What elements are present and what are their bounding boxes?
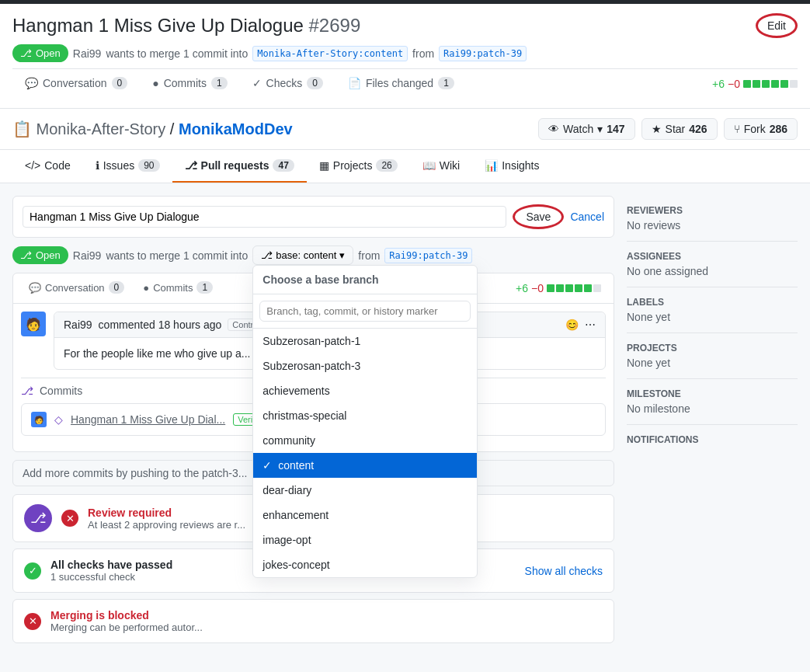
inner-diff-plus: +6 bbox=[516, 282, 528, 294]
repo-icon: 📋 bbox=[12, 120, 37, 138]
fork-icon: ⑂ bbox=[734, 123, 740, 135]
diff-blocks bbox=[743, 80, 798, 88]
nav-tab-projects[interactable]: ▦ Projects 26 bbox=[307, 150, 410, 183]
emoji-button[interactable]: 😊 bbox=[565, 319, 579, 331]
branch-item-subzerosan-patch-1[interactable]: Subzerosan-patch-1 bbox=[253, 329, 477, 353]
watch-button[interactable]: 👁 Watch ▾ 147 bbox=[538, 118, 635, 140]
branch-item-image-opt[interactable]: image-opt bbox=[253, 528, 477, 552]
branch-item-enhancement[interactable]: enhancement bbox=[253, 503, 477, 528]
edit-title-bar: Save Cancel bbox=[12, 196, 614, 238]
comment-actions: 😊 ⋯ bbox=[565, 319, 596, 331]
comment-avatar: 🧑 bbox=[21, 312, 46, 336]
pr-author: Rai99 bbox=[73, 47, 102, 60]
sidebar-reviewers: Reviewers No reviews bbox=[627, 196, 798, 242]
save-button[interactable]: Save bbox=[513, 204, 564, 229]
inner-diff-minus: −0 bbox=[531, 282, 544, 294]
edit-title-input[interactable] bbox=[23, 206, 506, 228]
nav-pr-label: Pull requests bbox=[201, 159, 269, 172]
show-all-checks-link[interactable]: Show all checks bbox=[525, 565, 603, 577]
sidebar-labels: Labels None yet bbox=[627, 287, 798, 333]
branch-selector-label: base: content bbox=[276, 249, 336, 261]
pr-badge: 47 bbox=[273, 159, 294, 172]
nav-tab-issues[interactable]: ℹ Issues 90 bbox=[83, 150, 172, 183]
pr-meta-row: ⎇ Open Rai99 wants to merge 1 commit int… bbox=[12, 44, 798, 62]
diff-block-5 bbox=[780, 80, 788, 88]
labels-label: Labels bbox=[627, 297, 798, 308]
milestone-label: Milestone bbox=[627, 388, 798, 399]
review-error-icon: ✕ bbox=[61, 510, 78, 527]
subtab-conversation[interactable]: 💬 Conversation 0 bbox=[19, 273, 134, 303]
pr-base-branch[interactable]: Monika-After-Story:content bbox=[252, 46, 408, 61]
tab-files-changed[interactable]: 📄 Files changed 1 bbox=[335, 69, 467, 99]
branch-item-jokes-concept[interactable]: jokes-concept bbox=[253, 552, 477, 577]
star-icon: ★ bbox=[652, 123, 662, 135]
more-options-icon[interactable]: ⋯ bbox=[585, 319, 596, 331]
star-count: 426 bbox=[689, 123, 707, 135]
inner-block-2 bbox=[556, 284, 564, 292]
tab-conversation[interactable]: 💬 Conversation 0 bbox=[12, 69, 140, 99]
pr-title-row: Hangman 1 Miss Give Up Dialogue #2699 Ed… bbox=[12, 13, 798, 38]
check-icon: ✓ bbox=[262, 459, 272, 472]
subtab-commits[interactable]: ● Commits 1 bbox=[134, 273, 222, 303]
inner-head-branch[interactable]: Rai99:patch-39 bbox=[384, 248, 472, 263]
diff-block-2 bbox=[753, 80, 760, 88]
blocked-title: Merging is blocked bbox=[50, 609, 603, 622]
conversation-icon: 💬 bbox=[25, 77, 38, 89]
notifications-label: Notifications bbox=[627, 434, 798, 445]
diff-plus: +6 bbox=[712, 78, 725, 90]
fork-button[interactable]: ⑂ Fork 286 bbox=[724, 118, 798, 140]
chevron-icon: ▾ bbox=[339, 249, 345, 261]
star-button[interactable]: ★ Star 426 bbox=[641, 118, 718, 140]
pr-title: Hangman 1 Miss Give Up Dialogue #2699 bbox=[12, 15, 360, 37]
commit-link[interactable]: Hangman 1 Miss Give Up Dial... bbox=[71, 413, 225, 426]
pr-head-branch[interactable]: Rai99:patch-39 bbox=[439, 46, 527, 61]
branch-item-community[interactable]: community bbox=[253, 428, 477, 453]
pr-from-label: from bbox=[412, 47, 434, 60]
branch-search-input[interactable] bbox=[259, 301, 471, 322]
branch-item-achievements[interactable]: achievements bbox=[253, 378, 477, 403]
inner-from-label: from bbox=[358, 249, 380, 262]
pr-nav-icon: ⎇ bbox=[185, 159, 197, 172]
edit-button[interactable]: Edit bbox=[756, 13, 798, 38]
nav-tab-insights[interactable]: 📊 Insights bbox=[472, 150, 551, 183]
sidebar-assignees: Assignees No one assigned bbox=[627, 242, 798, 287]
diff-stat: +6 −0 bbox=[712, 78, 798, 90]
diff-minus: −0 bbox=[728, 78, 740, 90]
tab-checks[interactable]: ✓ Checks 0 bbox=[240, 69, 335, 99]
assignees-label: Assignees bbox=[627, 251, 798, 262]
assignees-value: No one assigned bbox=[627, 265, 798, 277]
branch-item-content[interactable]: ✓ content bbox=[253, 453, 477, 478]
checks-passed-icon: ✓ bbox=[24, 562, 41, 580]
pr-tabs-row: 💬 Conversation 0 ● Commits 1 ✓ Checks 0 … bbox=[12, 68, 798, 99]
projects-sidebar-label: Projects bbox=[627, 343, 798, 353]
nav-tab-wiki[interactable]: 📖 Wiki bbox=[410, 150, 472, 183]
nav-tab-code[interactable]: </> Code bbox=[12, 150, 83, 183]
subtab-conversation-badge: 0 bbox=[109, 281, 125, 294]
projects-badge: 26 bbox=[376, 159, 397, 172]
issues-icon: ℹ bbox=[96, 159, 99, 172]
branch-item-subzerosan-patch-3[interactable]: Subzerosan-patch-3 bbox=[253, 353, 477, 378]
subtab-conversation-icon: 💬 bbox=[29, 282, 41, 294]
sidebar-notifications: Notifications bbox=[627, 425, 798, 458]
inner-open-badge: ⎇ Open bbox=[12, 246, 68, 264]
inner-diff-stat: +6 −0 bbox=[509, 273, 607, 303]
repo-org-link[interactable]: Monika-After-Story bbox=[37, 120, 166, 138]
repo-nav: </> Code ℹ Issues 90 ⎇ Pull requests 47 … bbox=[0, 150, 810, 183]
tab-commits[interactable]: ● Commits 1 bbox=[140, 69, 239, 99]
diff-block-1 bbox=[743, 80, 751, 88]
comment-time: commented 18 hours ago bbox=[99, 319, 222, 331]
tab-files-label: Files changed bbox=[366, 77, 433, 89]
cancel-link[interactable]: Cancel bbox=[570, 211, 604, 223]
branch-dropdown-container[interactable]: ⎇ base: content ▾ Choose a base branch S… bbox=[252, 245, 353, 265]
branch-item-christmas-special[interactable]: christmas-special bbox=[253, 403, 477, 428]
nav-tab-pull-requests[interactable]: ⎇ Pull requests 47 bbox=[172, 150, 307, 183]
branch-selector-button[interactable]: ⎇ base: content ▾ bbox=[252, 245, 353, 265]
inner-diff-blocks bbox=[547, 284, 601, 292]
repo-header: 📋 Monika-After-Story / MonikaModDev 👁 Wa… bbox=[0, 109, 810, 150]
branch-item-dear-diary[interactable]: dear-diary bbox=[253, 478, 477, 503]
subtab-conversation-label: Conversation bbox=[45, 282, 105, 294]
repo-name-link[interactable]: MonikaModDev bbox=[179, 120, 293, 138]
diff-block-6 bbox=[790, 80, 798, 88]
nav-code-label: Code bbox=[44, 159, 70, 172]
inner-status-label: Open bbox=[36, 249, 61, 261]
